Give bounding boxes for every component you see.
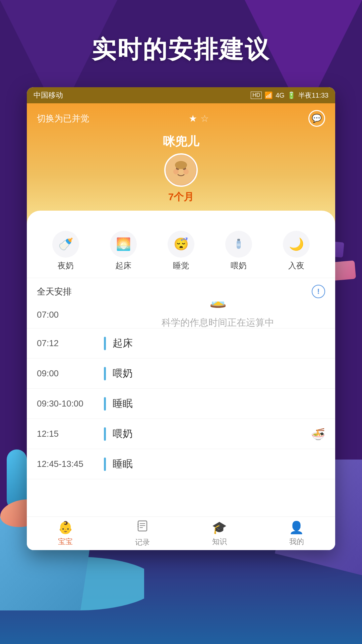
schedule-title: 全天安排 (37, 286, 72, 298)
records-svg (136, 520, 149, 532)
loading-text: 科学的作息时间正在运算中请稍后... (162, 315, 274, 328)
stars-area: ★ ☆ (189, 113, 209, 124)
schedule-item-1245[interactable]: 12:45-13:45 睡眠 (27, 449, 335, 479)
bar-0712 (104, 337, 106, 350)
svg-point-4 (173, 169, 179, 174)
event-0712: 起床 (113, 336, 133, 350)
schedule-item-0712[interactable]: 07:12 起床 (27, 328, 335, 359)
schedule-list: 07:00 ⏳ 科学的作息时间正在运算中请稍后... 07:12 起床 09:0… (27, 302, 335, 479)
svg-point-5 (183, 169, 189, 174)
ai-badge: Ai (277, 256, 311, 306)
knowledge-nav-icon: 🎓 (212, 521, 227, 535)
event-1245: 睡眠 (113, 457, 133, 471)
action-feed[interactable]: 喂奶 (225, 231, 252, 271)
mine-nav-label: 我的 (289, 537, 304, 547)
main-title: 实时的安排建议 (0, 34, 362, 66)
time-1245: 12:45-13:45 (37, 459, 104, 469)
hd-badge: HD (251, 92, 262, 99)
baby-avatar[interactable] (164, 153, 198, 187)
feed-label: 喂奶 (231, 260, 247, 271)
carrier-label: 中国移动 (34, 90, 63, 100)
feed-icon (225, 231, 252, 258)
avatar-image (166, 155, 196, 185)
schedule-item-0700[interactable]: 07:00 ⏳ 科学的作息时间正在运算中请稍后... (27, 302, 335, 328)
time-1215: 12:15 (37, 429, 104, 439)
event-0930: 睡眠 (113, 397, 133, 411)
nav-mine[interactable]: 👤 我的 (289, 521, 304, 547)
time-0930: 09:30-10:00 (37, 398, 104, 409)
bar-0900 (104, 367, 106, 380)
time-0900: 09:00 (37, 368, 104, 379)
status-bar: 中国移动 HD 📶 4G 🔋 半夜11:33 (27, 87, 335, 103)
knowledge-nav-label: 知识 (212, 537, 227, 547)
action-wake-up[interactable]: 🌅 起床 (110, 231, 137, 271)
time-0700: 07:00 (37, 310, 104, 320)
sleep-label: 睡觉 (173, 260, 189, 271)
header-curve (27, 211, 335, 224)
wake-up-label: 起床 (115, 260, 131, 271)
night-icon: 🌙 (283, 231, 310, 258)
action-sleep[interactable]: 😴 睡觉 (168, 231, 194, 271)
night-milk-icon: 🍼 (52, 231, 79, 258)
schedule-item-0900[interactable]: 09:00 喂奶 (27, 359, 335, 389)
sleep-icon: 😴 (168, 231, 194, 258)
wake-up-icon: 🌅 (110, 231, 137, 258)
baby-nav-label: 宝宝 (58, 537, 73, 547)
chat-icon: 💬 (312, 114, 322, 123)
hourglass-icon: ⏳ (205, 302, 231, 309)
ai-text: Ai (279, 264, 309, 298)
time-label: 半夜11:33 (298, 91, 328, 100)
records-nav-icon (136, 520, 149, 535)
baby-nav-icon: 👶 (58, 521, 73, 535)
signal-label: 4G (276, 92, 285, 99)
phone-mockup: 中国移动 HD 📶 4G 🔋 半夜11:33 切换为已并觉 ★ ☆ 💬 咪兜儿 (27, 87, 335, 550)
bar-0930 (104, 397, 106, 411)
info-button[interactable]: ! (312, 285, 325, 298)
nav-knowledge[interactable]: 🎓 知识 (212, 521, 227, 547)
action-night-milk[interactable]: 🍼 夜奶 (52, 231, 79, 271)
event-0900: 喂奶 (113, 367, 133, 380)
nav-baby[interactable]: 👶 宝宝 (58, 521, 73, 547)
svg-rect-8 (237, 244, 240, 246)
star-2[interactable]: ☆ (200, 113, 209, 124)
baby-age: 7个月 (37, 190, 325, 204)
header-top: 切换为已并觉 ★ ☆ 💬 (37, 110, 325, 127)
baby-name: 咪兜儿 (37, 133, 325, 150)
bottom-nav: 👶 宝宝 记录 🎓 知识 👤 我的 (27, 517, 335, 550)
bar-1215 (104, 427, 106, 441)
event-1215: 喂奶 (113, 427, 133, 441)
bottle-svg (232, 237, 245, 251)
switch-button[interactable]: 切换为已并觉 (37, 113, 89, 124)
time-0712: 07:12 (37, 338, 104, 348)
avatar-container (37, 153, 325, 187)
chat-button[interactable]: 💬 (308, 110, 325, 127)
svg-point-0 (166, 155, 196, 185)
night-milk-label: 夜奶 (58, 260, 74, 271)
svg-point-3 (175, 161, 187, 169)
schedule-item-1215[interactable]: 12:15 喂奶 🍜 (27, 419, 335, 449)
nav-records[interactable]: 记录 (135, 520, 150, 547)
wifi-icon: 📶 (264, 91, 273, 99)
loading-popup: ⏳ 科学的作息时间正在运算中请稍后... (101, 302, 335, 328)
svg-rect-7 (237, 239, 240, 241)
records-nav-label: 记录 (135, 537, 150, 547)
header-area: 切换为已并觉 ★ ☆ 💬 咪兜儿 (27, 103, 335, 224)
star-1[interactable]: ★ (189, 113, 197, 124)
schedule-item-0930[interactable]: 09:30-10:00 睡眠 (27, 389, 335, 419)
mine-nav-icon: 👤 (289, 521, 304, 535)
bar-1245 (104, 458, 106, 471)
battery-icon: 🔋 (287, 91, 296, 99)
status-right: HD 📶 4G 🔋 半夜11:33 (251, 91, 328, 100)
bowl-icon-1215: 🍜 (311, 427, 325, 441)
